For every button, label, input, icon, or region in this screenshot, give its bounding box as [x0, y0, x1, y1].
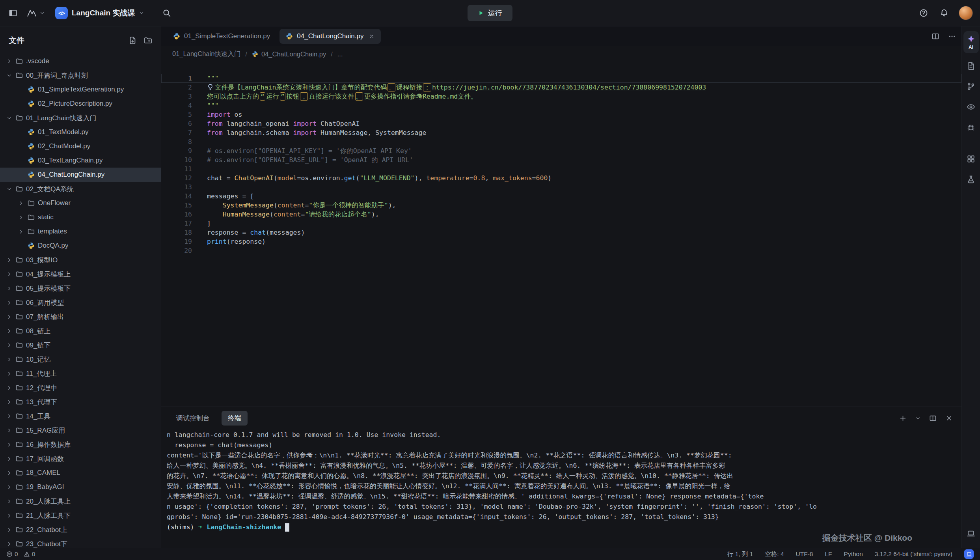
tree-item-docqa-py[interactable]: DocQA.py: [0, 239, 161, 253]
code-line[interactable]: 13: [161, 183, 961, 192]
code-line[interactable]: 19print(response): [161, 237, 961, 246]
terminal-output[interactable]: n langchain-core 0.1.7 and will be remov…: [161, 429, 961, 548]
code-line[interactable]: 17]: [161, 219, 961, 228]
project-switcher[interactable]: </> LangChain 实战课: [55, 7, 144, 19]
tree-item-04_-[interactable]: 04_提示模板上: [0, 267, 161, 281]
code-line[interactable]: 2文件是【LangChain系统安装和快速入门】章节的配套代码。课程链接：htt…: [161, 83, 961, 92]
tree-item-08_-[interactable]: 08_链上: [0, 324, 161, 338]
new-terminal-icon[interactable]: [899, 414, 907, 422]
close-panel-icon[interactable]: [945, 414, 953, 422]
tree-item-22_chatbot-[interactable]: 22_Chatbot上: [0, 523, 161, 537]
tree-item-11_-[interactable]: 11_代理上: [0, 366, 161, 381]
preview-button[interactable]: [963, 99, 979, 115]
statusbar-item[interactable]: 空格: 4: [765, 550, 784, 558]
tree-item-17_-[interactable]: 17_回调函数: [0, 452, 161, 466]
remote-button[interactable]: [963, 526, 979, 541]
notifications-button[interactable]: [938, 7, 950, 19]
source-control-button[interactable]: [963, 78, 979, 94]
remote-status-button[interactable]: [964, 549, 974, 559]
panel-tab[interactable]: 终端: [222, 411, 248, 426]
tree-item-01_langchain-[interactable]: 01_LangChain快速入门: [0, 111, 161, 125]
code-line[interactable]: 11: [161, 164, 961, 174]
tree-item-oneflower[interactable]: OneFlower: [0, 196, 161, 210]
code-line[interactable]: 16 HumanMessage(content="请给我的花店起个名"),: [161, 210, 961, 219]
statusbar-item[interactable]: 3.12.2 64-bit ('shims': pyenv): [875, 551, 952, 558]
tree-item-09_-[interactable]: 09_链下: [0, 338, 161, 352]
code-line[interactable]: 6from langchain_openai import ChatOpenAI: [161, 119, 961, 128]
warning-count[interactable]: 0: [24, 551, 35, 558]
tree-item-03_textlangchain-py[interactable]: 03_TextLangChain.py: [0, 153, 161, 168]
tree-item-00_-_-[interactable]: 00_开篇词_奇点时刻: [0, 68, 161, 82]
sidebar-toggle-button[interactable]: [7, 7, 19, 19]
code-line[interactable]: 3您可以点击上方的“运行”按钮，直接运行该文件。更多操作指引请参考Readme.…: [161, 92, 961, 101]
problems-indicator[interactable]: 00: [6, 551, 35, 558]
tree-item-16_-[interactable]: 16_操作数据库: [0, 437, 161, 452]
course-link[interactable]: https://juejin.cn/book/73877023474361303…: [432, 84, 706, 91]
tree-item-04_chatlongchain-py[interactable]: 04_ChatLongChain.py: [0, 168, 161, 182]
tree-item-10_-[interactable]: 10_记忆: [0, 352, 161, 366]
tree-item--vscode[interactable]: .vscode: [0, 54, 161, 68]
docs-button[interactable]: [963, 58, 979, 74]
tree-item-15_rag-[interactable]: 15_RAG应用: [0, 423, 161, 437]
tree-item-13_-[interactable]: 13_代理下: [0, 395, 161, 409]
editor-tab-inactive[interactable]: 01_SimpleTextGeneration.py: [167, 29, 276, 44]
more-actions-icon[interactable]: [948, 32, 956, 40]
code-line[interactable]: 12chat = ChatOpenAI(model=os.environ.get…: [161, 174, 961, 183]
tree-item-templates[interactable]: templates: [0, 224, 161, 239]
breadcrumb-item[interactable]: 01_LangChain快速入门: [172, 50, 240, 58]
tree-item-05_-[interactable]: 05_提示模板下: [0, 281, 161, 295]
code-line[interactable]: 14messages = [: [161, 192, 961, 201]
ai-assistant-button[interactable]: AI: [963, 31, 979, 53]
tree-item-01_textmodel-py[interactable]: 01_TextModel.py: [0, 125, 161, 139]
tree-item-21_-[interactable]: 21_人脉工具下: [0, 508, 161, 523]
statusbar-item[interactable]: LF: [825, 551, 832, 558]
editor-tab-active[interactable]: 04_ChatLongChain.py: [279, 29, 381, 44]
tree-item-23_chatbot-[interactable]: 23_Chatbot下: [0, 537, 161, 548]
run-button[interactable]: 运行: [468, 5, 512, 21]
code-line[interactable]: 8: [161, 137, 961, 146]
tree-item-20_-[interactable]: 20_人脉工具上: [0, 494, 161, 508]
tree-item-02_chatmodel-py[interactable]: 02_ChatModel.py: [0, 139, 161, 153]
app-logo-button[interactable]: [25, 7, 47, 19]
statusbar-item[interactable]: Python: [844, 551, 863, 558]
code-line[interactable]: 15 SystemMessage(content="你是一个很棒的智能助手"),: [161, 201, 961, 210]
close-tab-icon[interactable]: [369, 34, 374, 39]
tree-item-03_-io[interactable]: 03_模型IO: [0, 253, 161, 267]
tree-item-12_-[interactable]: 12_代理中: [0, 381, 161, 395]
tree-item-static[interactable]: static: [0, 210, 161, 224]
tree-item-14_-[interactable]: 14_工具: [0, 409, 161, 423]
debug-button[interactable]: [963, 119, 979, 135]
statusbar-item[interactable]: 行 1, 列 1: [727, 550, 753, 558]
new-file-icon[interactable]: [129, 36, 137, 45]
testing-button[interactable]: [963, 172, 979, 187]
tree-item-19_babyagi[interactable]: 19_BabyAGI: [0, 480, 161, 494]
tree-item-18_camel[interactable]: 18_CAMEL: [0, 466, 161, 480]
help-button[interactable]: [918, 7, 930, 19]
extensions-button[interactable]: [963, 151, 979, 167]
statusbar-item[interactable]: UTF-8: [796, 551, 813, 558]
terminal-dropdown-icon[interactable]: [915, 416, 920, 421]
code-line[interactable]: 9# os.environ["OPENAI_API_KEY"] = '你的Ope…: [161, 146, 961, 155]
code-line[interactable]: 20: [161, 246, 961, 255]
code-line[interactable]: 7from langchain.schema import HumanMessa…: [161, 128, 961, 137]
terminal-prompt[interactable]: (shims)➜LangChain-shizhanke: [167, 522, 955, 532]
split-panel-icon[interactable]: [929, 414, 937, 422]
tree-item-02_picturedescription-py[interactable]: 02_PictureDescription.py: [0, 97, 161, 111]
panel-tab[interactable]: 调试控制台: [170, 411, 216, 426]
search-button[interactable]: [161, 7, 173, 19]
split-editor-icon[interactable]: [932, 32, 939, 40]
error-count[interactable]: 0: [6, 551, 18, 558]
code-line[interactable]: 18response = chat(messages): [161, 228, 961, 237]
code-line[interactable]: 4""": [161, 101, 961, 110]
breadcrumb-item[interactable]: ...: [337, 50, 343, 58]
code-line[interactable]: 10# os.environ["OPENAI_BASE_URL"] = 'Ope…: [161, 155, 961, 164]
tree-item-06_-[interactable]: 06_调用模型: [0, 295, 161, 310]
code-line[interactable]: 5import os: [161, 110, 961, 119]
code-editor[interactable]: 1"""2文件是【LangChain系统安装和快速入门】章节的配套代码。课程链接…: [161, 62, 961, 407]
new-folder-icon[interactable]: [144, 36, 152, 45]
tree-item-02_-qa-[interactable]: 02_文档QA系统: [0, 182, 161, 196]
code-line[interactable]: 1""": [161, 74, 961, 83]
tree-item-01_simpletextgeneration-py[interactable]: 01_SimpleTextGeneration.py: [0, 82, 161, 97]
user-avatar[interactable]: [959, 6, 973, 20]
breadcrumb-item[interactable]: 04_ChatLongChain.py: [252, 50, 326, 58]
